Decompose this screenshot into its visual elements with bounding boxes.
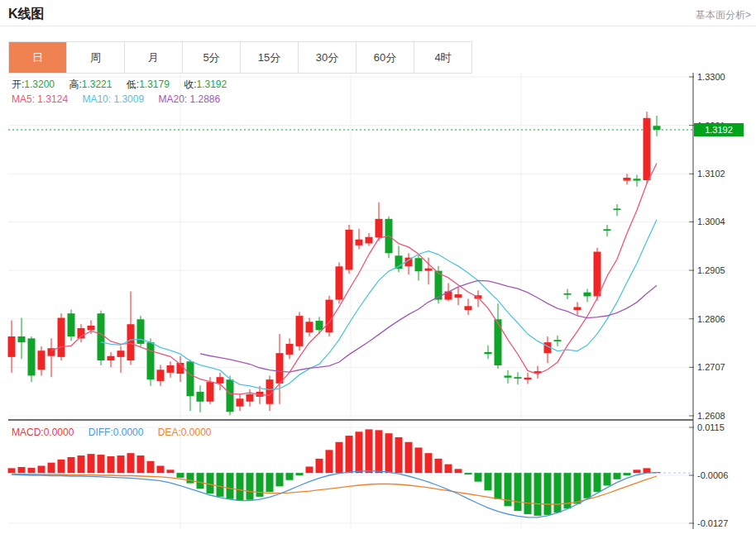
tab-15分[interactable]: 15分 [241, 42, 299, 73]
open-value: 1.3200 [24, 79, 55, 90]
tab-5分[interactable]: 5分 [183, 42, 241, 73]
tab-日[interactable]: 日 [9, 42, 67, 73]
svg-text:1.3192: 1.3192 [705, 125, 733, 135]
ma5-line [51, 164, 657, 396]
diff-label: DIFF: [89, 427, 113, 438]
page-title: K线图 [8, 6, 45, 23]
high-value: 1.3221 [82, 79, 112, 90]
low-value: 1.3179 [139, 79, 170, 90]
ma10-value: 1.3009 [113, 93, 144, 105]
fundamental-analysis-link[interactable]: 基本面分析> [696, 8, 751, 22]
svg-text:1.3300: 1.3300 [697, 72, 725, 82]
macd-axis-labels: 0.0115-0.0006-0.0127 [689, 422, 728, 528]
ma20-label: MA20: [158, 93, 187, 105]
dea-value: 0.0000 [181, 427, 212, 438]
tab-月[interactable]: 月 [125, 42, 183, 73]
svg-text:1.2707: 1.2707 [697, 362, 725, 372]
macd-readout: MACD:0.0000 DIFF:0.0000 DEA:0.0000 [12, 427, 222, 438]
ma10-label: MA10: [82, 93, 111, 105]
current-price-badge: 1.3192 [694, 123, 744, 136]
kline-page: 1.33001.32011.31021.30041.29051.28061.27… [0, 0, 756, 534]
tab-4时[interactable]: 4时 [414, 42, 472, 73]
dea-label: DEA: [158, 427, 181, 438]
svg-text:1.3004: 1.3004 [697, 217, 725, 226]
macd-value: 0.0000 [44, 427, 74, 438]
close-label: 收: [184, 79, 196, 90]
tab-30分[interactable]: 30分 [299, 42, 356, 73]
ma10-line [101, 220, 657, 390]
macd-histogram [8, 429, 661, 515]
close-value: 1.3192 [197, 79, 227, 90]
open-label: 开: [12, 79, 24, 90]
header-divider [0, 26, 756, 26]
svg-text:1.2905: 1.2905 [697, 265, 725, 275]
tab-60分[interactable]: 60分 [356, 42, 414, 73]
svg-text:1.3102: 1.3102 [697, 169, 725, 179]
interval-tabbar: 日周月5分15分30分60分4时 [8, 41, 472, 74]
ma-readout: MA5: 1.3124 MA10: 1.3009 MA20: 1.2886 [12, 93, 232, 105]
ohlc-readout: 开:1.3200 高:1.3221 低:1.3179 收:1.3192 [12, 78, 238, 92]
ma5-label: MA5: [12, 93, 35, 105]
svg-text:-0.0127: -0.0127 [697, 518, 728, 528]
svg-text:-0.0006: -0.0006 [697, 470, 728, 480]
tab-周[interactable]: 周 [67, 42, 125, 73]
macd-label: MACD: [12, 427, 44, 438]
svg-text:1.2608: 1.2608 [697, 411, 725, 421]
ma5-value: 1.3124 [37, 93, 68, 105]
svg-text:1.2806: 1.2806 [697, 314, 725, 324]
high-label: 高: [69, 79, 81, 90]
svg-text:0.0115: 0.0115 [697, 422, 725, 432]
diff-value: 0.0000 [113, 427, 144, 438]
candles [8, 112, 661, 415]
low-label: 低: [127, 79, 139, 90]
ma20-value: 1.2886 [190, 93, 221, 105]
